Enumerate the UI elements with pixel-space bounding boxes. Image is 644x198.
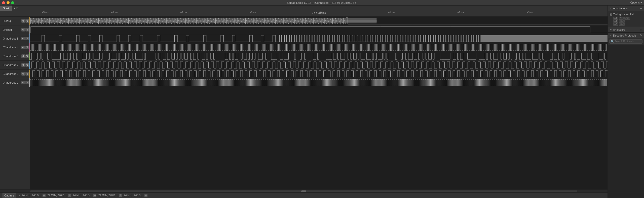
scrollbar-thumb[interactable] [301,190,306,192]
channel-trigger-icon[interactable]: ⇅ [25,63,29,67]
channel-trigger-icon[interactable]: ⇅ [25,72,29,76]
waveform-canvas-addr2 [30,61,608,69]
search-protocols-input[interactable] [615,40,641,43]
analyzers-header: ▼ Analyzers + [608,27,644,32]
decoded-protocols-section: ▼ Decoded Protocols ⚙ 🔍 [608,33,644,198]
channel-gear-icon[interactable]: ⚙ [21,37,25,40]
start-arrow-icon[interactable]: ▲▼ [12,7,19,10]
center-time-marker: 0 s : 670 ms [312,12,326,14]
channel-gear-icon[interactable]: ⚙ [21,63,25,67]
timing-values-row-2: A1 ### [613,20,642,23]
waveform-row-read [30,25,608,34]
timing-marker-label: Timing Marker Pair [613,13,634,16]
waveform-canvas-read [30,25,608,34]
status-segment-1: 24 MHz, 240 B ... ⚙ [48,194,71,197]
timing-hash3: ### [619,23,625,26]
minimize-button[interactable] [7,1,10,4]
channel-trigger-icon[interactable]: ⇅ [25,54,29,58]
annotations-collapse-icon[interactable]: ▼ [610,7,612,10]
waveform-canvas-addr1 [30,70,608,78]
options-button[interactable]: Options ▾ [630,1,642,4]
waveform-row-addr0 [30,78,608,87]
waveform-canvas-addr4 [30,43,608,52]
annotations-header: ▼ Annotations + [608,6,644,11]
waveform-canvas-lorq [30,17,608,25]
timing-values-row-1: A1 A2 ### [613,17,642,20]
status-gear-icon-2[interactable]: ⚙ [93,194,96,197]
ruler-tick-7: +3 ms [527,11,534,14]
start-button[interactable]: Start [0,6,12,11]
channel-name: address 4 [6,46,21,49]
waveform-row-addr8 [30,34,608,43]
annotations-title: Annotations [613,7,640,10]
status-segment-3: 24 MHz, 240 B ... ⚙ [98,194,122,197]
left-panel: Start ▲▼ +5 ms +6 ms +7 ms +8 ms +9 ms +… [0,6,608,198]
channel-trigger-icon[interactable]: ⇅ [25,81,29,84]
close-button[interactable] [2,1,5,4]
annotations-content: ✓ Timing Marker Pair A1 A2 ### A1 ### A2… [608,11,644,27]
channel-name: address 3 [6,55,21,58]
channel-labels: 05 lorq ⚙ ⇅ 00 read ⚙ ⇅ 06 address [0,17,30,189]
channel-label-row: 07 address 4 ⚙ ⇅ [0,43,30,52]
channel-color-bar [29,78,30,87]
titlebar: Saleae Logic 1.2.15 – [Connected] – [16 … [0,0,644,6]
annotations-section: ▼ Annotations + ✓ Timing Marker Pair A1 … [608,6,644,27]
channel-name: address 1 [6,72,21,75]
timing-values-row-3: A2 ### [613,23,642,26]
channel-name: address 2 [6,63,21,67]
main-layout: Start ▲▼ +5 ms +6 ms +7 ms +8 ms +9 ms +… [0,6,644,198]
annotations-add-icon[interactable]: + [640,7,642,10]
channel-color-bar [29,25,30,34]
status-segment-0: 24 MHz, 240 B ... ⚙ [22,194,45,197]
waveform-canvas-addr0 [30,78,608,87]
channel-name: lorq [6,19,21,22]
status-gear-icon-4[interactable]: ⚙ [144,194,147,197]
status-label-0: 24 MHz, 240 B ... [22,194,41,197]
status-segment-4: 24 MHz, 240 B ... ⚙ [124,194,147,197]
decoded-protocols-gear-icon[interactable]: ⚙ [639,34,642,37]
channel-color-bar [29,34,30,43]
channel-label-row: 01 address 3 ⚙ ⇅ [0,52,30,61]
channel-gear-icon[interactable]: ⚙ [21,72,25,76]
start-area: Start ▲▼ [0,6,608,11]
capture-button[interactable]: Capture [2,193,16,197]
channel-color-bar [29,70,30,78]
channel-index: 04 [1,81,6,84]
search-protocols-bar[interactable]: 🔍 [609,39,642,44]
analyzers-add-icon[interactable]: + [640,28,642,31]
channel-color-bar [29,61,30,69]
timing-a2-val: A2 [613,23,618,26]
waveform-row-addr3 [30,52,608,61]
channel-index: 07 [1,46,6,49]
channel-gear-icon[interactable]: ⚙ [21,28,25,31]
scrollbar-area[interactable] [0,189,608,192]
decoded-collapse-icon[interactable]: ▼ [610,34,612,37]
channel-gear-icon[interactable]: ⚙ [21,54,25,58]
timing-hash-label: ### [624,17,630,20]
status-label-1: 24 MHz, 240 B ... [48,194,67,197]
channel-label-row: 02 address 2 ⚙ ⇅ [0,61,30,70]
waveform-row-addr2 [30,61,608,70]
capture-expand-icon[interactable]: » [18,194,20,197]
timing-marker-pair-row: ✓ Timing Marker Pair [610,12,642,17]
channel-trigger-icon[interactable]: ⇅ [25,28,29,31]
channel-trigger-icon[interactable]: ⇅ [25,19,29,23]
timing-marker-checkbox[interactable]: ✓ [610,13,612,16]
channel-name: read [6,28,21,31]
status-gear-icon-1[interactable]: ⚙ [68,194,71,197]
channel-gear-icon[interactable]: ⚙ [21,81,25,84]
channel-gear-icon[interactable]: ⚙ [21,19,25,23]
status-gear-icon-0[interactable]: ⚙ [43,194,46,197]
ruler-tick-2: +7 ms [180,11,187,14]
status-label-4: 24 MHz, 240 B ... [124,194,143,197]
status-label-2: 24 MHz, 240 B ... [73,194,92,197]
maximize-button[interactable] [11,1,14,4]
status-gear-icon-3[interactable]: ⚙ [119,194,122,197]
analyzers-collapse-icon[interactable]: ▼ [610,28,612,31]
channel-gear-icon[interactable]: ⚙ [21,46,25,49]
channel-trigger-icon[interactable]: ⇅ [25,37,29,40]
channel-trigger-icon[interactable]: ⇅ [25,46,29,49]
analyzers-section: ▼ Analyzers + [608,27,644,33]
scrollbar-track[interactable] [30,190,577,192]
channel-color-bar [29,17,30,25]
